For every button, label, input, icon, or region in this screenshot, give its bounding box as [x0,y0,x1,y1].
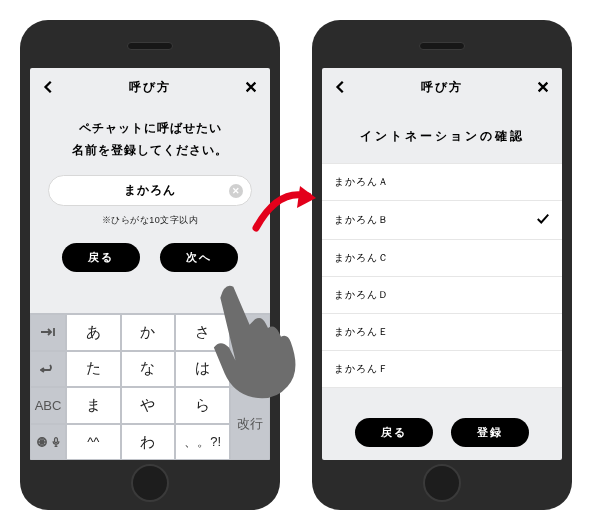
home-button[interactable] [423,464,461,502]
prompt-text: ペチャットに呼ばせたい 名前を登録してください。 [46,118,254,161]
key-abc[interactable]: ABC [30,387,66,424]
key-ya[interactable]: や [121,387,176,424]
section-heading: イントネーションの確認 [322,104,562,163]
key-ha[interactable]: は [175,351,230,388]
check-icon [536,212,550,228]
key-punct[interactable]: 、。?! [175,424,230,461]
phone-frame-left: 呼び方 ペチャットに呼ばせたい 名前を登録してください。 まかろん ✕ ※ひらが… [20,20,280,510]
list-item[interactable]: まかろんＣ [322,239,562,276]
key-return[interactable]: 改行 [230,387,270,460]
key-ra[interactable]: ら [175,387,230,424]
key-wa[interactable]: わ [121,424,176,461]
back-button[interactable]: 戻る [355,418,433,447]
phone-frame-right: 呼び方 イントネーションの確認 まかろんＡまかろんＢまかろんＣまかろんＤまかろん… [312,20,572,510]
list-item[interactable]: まかろんＤ [322,276,562,313]
svg-rect-1 [54,437,57,442]
intonation-panel: イントネーションの確認 まかろんＡまかろんＢまかろんＣまかろんＤまかろんＥまかろ… [322,104,562,460]
key-undo-icon[interactable] [30,351,66,388]
key-a[interactable]: あ [66,314,121,351]
key-ta[interactable]: た [66,351,121,388]
keyboard: あ か さ た な は 空白 ABC ま や ら 改行 [30,313,270,460]
header-title: 呼び方 [58,79,242,96]
input-hint: ※ひらがな10文字以内 [46,214,254,227]
list-item-label: まかろんＣ [334,251,389,265]
back-button[interactable]: 戻る [62,243,140,272]
header: 呼び方 [30,68,270,104]
transition-arrow-icon [290,20,302,510]
list-item-label: まかろんＡ [334,175,389,189]
list-item-label: まかろんＢ [334,213,389,227]
close-icon[interactable] [242,78,260,96]
button-row: 戻る 次へ [46,243,254,272]
list-item[interactable]: まかろんＥ [322,313,562,350]
register-button[interactable]: 登録 [451,418,529,447]
home-button[interactable] [131,464,169,502]
key-na[interactable]: な [121,351,176,388]
key-backspace-icon[interactable] [230,314,270,351]
name-input[interactable]: まかろん ✕ [48,175,252,206]
list-item[interactable]: まかろんＡ [322,163,562,200]
name-input-value: まかろん [124,183,176,197]
close-icon[interactable] [534,78,552,96]
prompt-line: 名前を登録してください。 [46,140,254,162]
phone-speaker [127,42,173,50]
list-item[interactable]: まかろんＦ [322,350,562,388]
key-sa[interactable]: さ [175,314,230,351]
key-face[interactable]: ^^ [66,424,121,461]
list-item-label: まかろんＤ [334,288,389,302]
key-ka[interactable]: か [121,314,176,351]
list-item-label: まかろんＥ [334,325,389,339]
key-wa-main: わ [140,434,155,449]
phone-speaker [419,42,465,50]
header-title: 呼び方 [350,79,534,96]
back-chevron-icon[interactable] [332,78,350,96]
key-space[interactable]: 空白 [230,351,270,388]
clear-input-icon[interactable]: ✕ [229,184,243,198]
next-button[interactable]: 次へ [160,243,238,272]
button-row: 戻る 登録 [322,418,562,447]
back-chevron-icon[interactable] [40,78,58,96]
intonation-list: まかろんＡまかろんＢまかろんＣまかろんＤまかろんＥまかろんＦ [322,163,562,388]
key-globe-mic-icon[interactable] [30,424,66,461]
list-item[interactable]: まかろんＢ [322,200,562,239]
prompt-line: ペチャットに呼ばせたい [46,118,254,140]
list-item-label: まかろんＦ [334,362,389,376]
key-tab-icon[interactable] [30,314,66,351]
key-ma[interactable]: ま [66,387,121,424]
header: 呼び方 [322,68,562,104]
name-entry-panel: ペチャットに呼ばせたい 名前を登録してください。 まかろん ✕ ※ひらがな10文… [30,104,270,288]
screen-right: 呼び方 イントネーションの確認 まかろんＡまかろんＢまかろんＣまかろんＤまかろん… [322,68,562,460]
screen-left: 呼び方 ペチャットに呼ばせたい 名前を登録してください。 まかろん ✕ ※ひらが… [30,68,270,460]
